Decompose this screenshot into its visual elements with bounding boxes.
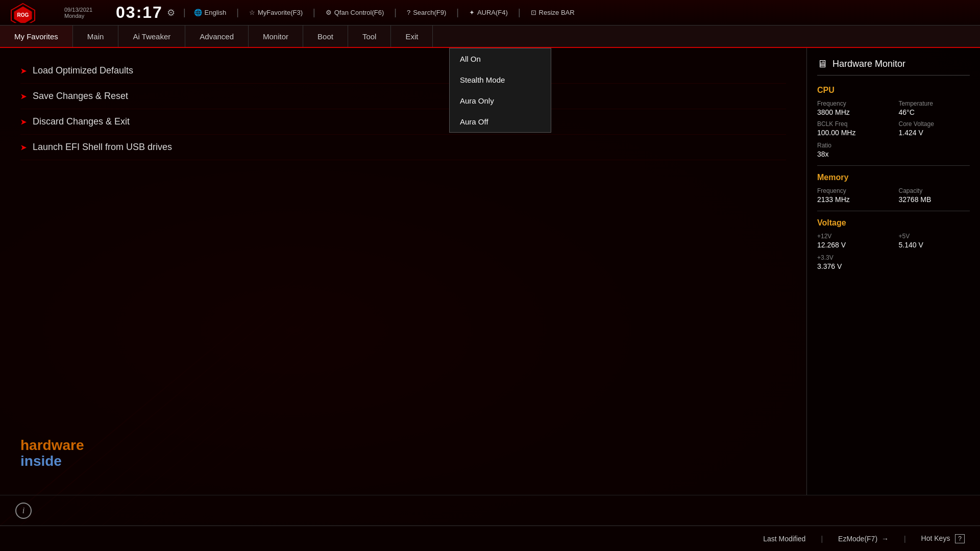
footer-bar: Last Modified | EzMode(F7) → | Hot Keys … (0, 525, 980, 551)
menu-item-discard-exit[interactable]: ➤ Discard Changes & Exit (20, 109, 786, 135)
sep3: | (313, 7, 315, 18)
fan-icon: ⚙ (326, 9, 332, 16)
arrow-icon-3: ➤ (20, 118, 27, 126)
language-selector[interactable]: 🌐 English (194, 9, 227, 16)
v12-value: 12.268 V (817, 241, 889, 249)
core-volt-value: 1.424 V (899, 129, 970, 137)
header-time: 03:17 (116, 3, 163, 22)
menu-item-launch-efi[interactable]: ➤ Launch EFI Shell from USB drives (20, 135, 786, 160)
menu-label-load-defaults: Load Optimized Defaults (33, 65, 133, 76)
settings-gear-icon[interactable]: ⚙ (167, 7, 175, 18)
bclk-freq-label: BCLK Freq (817, 120, 889, 128)
voltage-grid: +12V 12.268 V +5V 5.140 V (817, 233, 970, 249)
aura-option-stealth-mode[interactable]: Stealth Mode (450, 69, 551, 90)
sep4: | (394, 7, 397, 18)
cpu-section-title: CPU (817, 86, 970, 95)
hardware-inside-logo: hardware inside (20, 438, 84, 469)
ratio-label: Ratio (817, 142, 970, 149)
aura-option-aura-only[interactable]: Aura Only (450, 90, 551, 111)
divider-2 (817, 211, 970, 211)
search-icon: ? (407, 9, 410, 16)
arrow-icon-2: ➤ (20, 92, 27, 101)
qfan-label: Qfan Control(F6) (334, 9, 384, 16)
hardware-monitor-title: 🖥 Hardware Monitor (817, 58, 970, 76)
navbar: My Favorites Main Ai Tweaker Advanced Mo… (0, 26, 980, 48)
globe-icon: 🌐 (194, 9, 202, 16)
hw-inside-hw-text: hard (20, 437, 52, 453)
info-icon[interactable]: i (15, 503, 32, 519)
qfan-button[interactable]: ⚙ Qfan Control(F6) (326, 9, 384, 16)
header-separator-1: | (183, 7, 186, 18)
core-volt-group: Core Voltage 1.424 V (899, 120, 970, 137)
aura-icon: ✦ (469, 9, 475, 16)
cpu-grid: Frequency 3800 MHz Temperature 46°C BCLK… (817, 100, 970, 137)
footer-sep-2: | (904, 535, 906, 543)
aura-option-aura-off[interactable]: Aura Off (450, 111, 551, 132)
v5-label: +5V (899, 233, 970, 240)
search-button[interactable]: ? Search(F9) (407, 9, 446, 16)
myfavorite-label: MyFavorite(F3) (258, 9, 303, 16)
menu-item-load-defaults[interactable]: ➤ Load Optimized Defaults (20, 58, 786, 84)
v33-value: 3.376 V (817, 262, 970, 270)
nav-advanced[interactable]: Advanced (185, 26, 249, 47)
hardware-monitor-panel: 🖥 Hardware Monitor CPU Frequency 3800 MH… (806, 48, 980, 495)
nav-my-favorites[interactable]: My Favorites (0, 26, 73, 47)
cpu-temp-label: Temperature (899, 100, 970, 107)
rog-logo-icon: ROG (10, 3, 36, 23)
header-tools: 🌐 English | ☆ MyFavorite(F3) | ⚙ Qfan Co… (194, 7, 575, 18)
aura-button[interactable]: ✦ AURA(F4) (469, 9, 508, 16)
nav-ai-tweaker[interactable]: Ai Tweaker (118, 26, 185, 47)
nav-exit[interactable]: Exit (391, 26, 433, 47)
header: ROG 09/13/2021 Monday 03:17 ⚙ | 🌐 Englis… (0, 0, 980, 26)
last-modified-label: Last Modified (763, 535, 805, 543)
monitor-icon: 🖥 (817, 58, 827, 70)
cpu-freq-label: Frequency (817, 100, 889, 107)
mem-freq-value: 2133 MHz (817, 195, 889, 204)
arrow-icon-4: ➤ (20, 143, 27, 152)
mem-freq-label: Frequency (817, 187, 889, 194)
memory-section-title: Memory (817, 173, 970, 182)
ez-mode-button[interactable]: EzMode(F7) → (838, 535, 889, 543)
memory-grid: Frequency 2133 MHz Capacity 32768 MB (817, 187, 970, 204)
resize-icon: ⊡ (531, 9, 536, 16)
mem-cap-label: Capacity (899, 187, 970, 194)
nav-main[interactable]: Main (73, 26, 119, 47)
info-bar: i (0, 495, 980, 525)
bclk-freq-value: 100.00 MHz (817, 129, 889, 137)
content-area: ➤ Load Optimized Defaults ➤ Save Changes… (0, 48, 806, 495)
cpu-temp-group: Temperature 46°C (899, 100, 970, 116)
v5-value: 5.140 V (899, 241, 970, 249)
mem-cap-value: 32768 MB (899, 195, 970, 204)
mem-cap-group: Capacity 32768 MB (899, 187, 970, 204)
search-label: Search(F9) (413, 9, 446, 16)
voltage-section-title: Voltage (817, 218, 970, 228)
hw-inside-inside-text: inside (20, 453, 62, 469)
footer-sep-1: | (821, 535, 823, 543)
nav-boot[interactable]: Boot (303, 26, 348, 47)
hw-inside-ware-text: ware (52, 437, 84, 453)
v33-group: +3.3V 3.376 V (817, 254, 970, 270)
aura-option-all-on[interactable]: All On (450, 48, 551, 69)
hot-keys-icon: ? (955, 534, 965, 543)
v33-label: +3.3V (817, 254, 970, 261)
resize-bar-label: Resize BAR (539, 9, 575, 16)
cpu-freq-group: Frequency 3800 MHz (817, 100, 889, 116)
star-icon: ☆ (249, 9, 255, 16)
language-label: English (205, 9, 227, 16)
v12-group: +12V 12.268 V (817, 233, 889, 249)
nav-tool[interactable]: Tool (348, 26, 391, 47)
nav-monitor[interactable]: Monitor (249, 26, 303, 47)
ratio-value: 38x (817, 150, 970, 158)
ez-mode-icon: → (881, 535, 889, 543)
divider-1 (817, 165, 970, 166)
menu-label-save-reset: Save Changes & Reset (33, 91, 128, 102)
svg-text:ROG: ROG (17, 12, 29, 18)
hot-keys-label: Hot Keys ? (921, 534, 965, 543)
myfavorite-button[interactable]: ☆ MyFavorite(F3) (249, 9, 303, 16)
cpu-freq-value: 3800 MHz (817, 108, 889, 116)
aura-dropdown: All On Stealth Mode Aura Only Aura Off (449, 48, 551, 133)
arrow-icon-1: ➤ (20, 67, 27, 75)
menu-label-launch-efi: Launch EFI Shell from USB drives (33, 142, 172, 153)
menu-item-save-reset[interactable]: ➤ Save Changes & Reset (20, 84, 786, 109)
resize-bar-button[interactable]: ⊡ Resize BAR (531, 9, 575, 16)
